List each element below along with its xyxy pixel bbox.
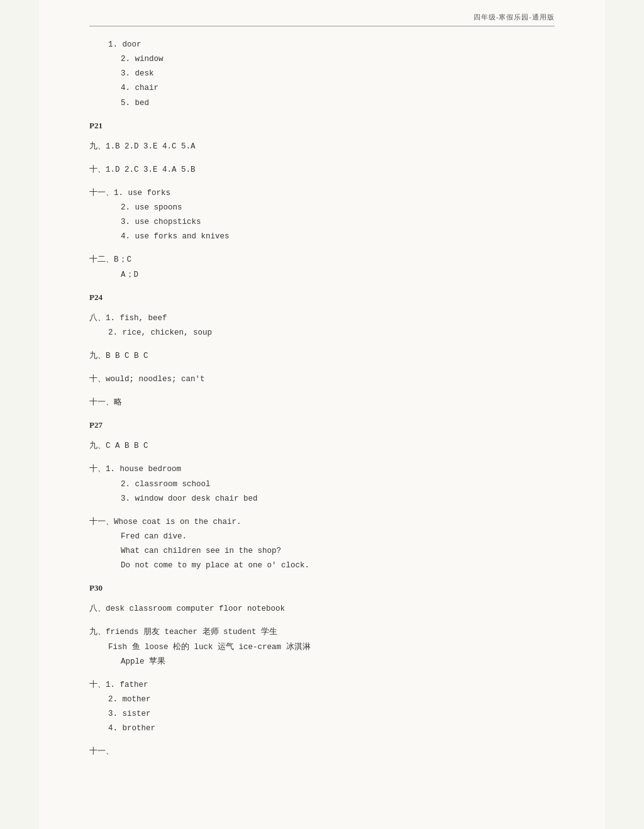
line-13-1: 2. classroom school	[89, 477, 555, 492]
line-19-0: 十一、	[89, 745, 555, 759]
line-0-3: 4. chair	[89, 81, 555, 96]
section-5: 十二、B；CA；D	[89, 253, 555, 282]
line-17-2: Apple 苹果	[89, 655, 555, 669]
line-14-0: 十一、Whose coat is on the chair.	[89, 515, 555, 530]
section-19: 十一、	[89, 745, 555, 759]
section-8: 九、B B C B C	[89, 349, 555, 364]
line-4-2: 3. use chopsticks	[89, 215, 555, 230]
section-2: 九、1.B 2.D 3.E 4.C 5.A	[89, 140, 555, 154]
line-14-3: Do not come to my place at one o' clock.	[89, 559, 555, 573]
line-5-1: A；D	[89, 268, 555, 282]
line-5-0: 十二、B；C	[89, 253, 555, 267]
section-4: 十一、1. use forks2. use spoons3. use chops…	[89, 186, 555, 245]
section-3: 十、1.D 2.C 3.E 4.A 5.B	[89, 163, 555, 177]
line-17-1: Fish 鱼 loose 松的 luck 运气 ice-cream 冰淇淋	[89, 640, 555, 655]
line-3-0: 十、1.D 2.C 3.E 4.A 5.B	[89, 163, 555, 177]
line-12-0: 九、C A B B C	[89, 439, 555, 453]
page-wrapper: 四年级-寒假乐园-通用版 1. door2. window3. desk4. c…	[39, 0, 605, 829]
section-18: 十、1. father2. mother3. sister4. brother	[89, 678, 555, 737]
header-bar: 四年级-寒假乐园-通用版	[89, 13, 555, 26]
line-4-0: 十一、1. use forks	[89, 186, 555, 201]
line-9-0: 十、would; noodles; can't	[89, 372, 555, 387]
page-label-P27: P27	[89, 420, 555, 430]
line-14-2: What can children see in the shop?	[89, 544, 555, 559]
page-label-P21: P21	[89, 121, 555, 131]
section-10: 十一、略	[89, 396, 555, 410]
line-7-0: 八、1. fish, beef	[89, 311, 555, 326]
line-18-3: 4. brother	[89, 721, 555, 736]
line-0-4: 5. bed	[89, 96, 555, 111]
content-area: 1. door2. window3. desk4. chair5. bedP21…	[89, 38, 555, 759]
line-10-0: 十一、略	[89, 396, 555, 410]
section-11: P27	[89, 420, 555, 430]
section-9: 十、would; noodles; can't	[89, 372, 555, 387]
line-8-0: 九、B B C B C	[89, 349, 555, 364]
line-0-1: 2. window	[89, 52, 555, 67]
line-18-0: 十、1. father	[89, 678, 555, 693]
line-7-1: 2. rice, chicken, soup	[89, 326, 555, 340]
line-14-1: Fred can dive.	[89, 530, 555, 544]
section-14: 十一、Whose coat is on the chair.Fred can d…	[89, 515, 555, 574]
page-label-P24: P24	[89, 292, 555, 303]
line-13-2: 3. window door desk chair bed	[89, 492, 555, 506]
line-18-1: 2. mother	[89, 693, 555, 707]
line-16-0: 八、desk classroom computer floor notebook	[89, 602, 555, 616]
line-2-0: 九、1.B 2.D 3.E 4.C 5.A	[89, 140, 555, 154]
line-0-2: 3. desk	[89, 67, 555, 81]
section-13: 十、1. house bedroom2. classroom school3. …	[89, 462, 555, 506]
line-17-0: 九、friends 朋友 teacher 老师 student 学生	[89, 625, 555, 640]
section-0: 1. door2. window3. desk4. chair5. bed	[89, 38, 555, 111]
line-18-2: 3. sister	[89, 707, 555, 721]
page-label-P30: P30	[89, 583, 555, 593]
line-0-0: 1. door	[89, 38, 555, 52]
header-title: 四年级-寒假乐园-通用版	[474, 13, 555, 22]
section-6: P24	[89, 292, 555, 303]
line-13-0: 十、1. house bedroom	[89, 462, 555, 477]
section-17: 九、friends 朋友 teacher 老师 student 学生Fish 鱼…	[89, 625, 555, 669]
section-15: P30	[89, 583, 555, 593]
line-4-3: 4. use forks and knives	[89, 230, 555, 244]
line-4-1: 2. use spoons	[89, 201, 555, 215]
section-1: P21	[89, 121, 555, 131]
section-12: 九、C A B B C	[89, 439, 555, 453]
section-7: 八、1. fish, beef2. rice, chicken, soup	[89, 311, 555, 340]
section-16: 八、desk classroom computer floor notebook	[89, 602, 555, 616]
